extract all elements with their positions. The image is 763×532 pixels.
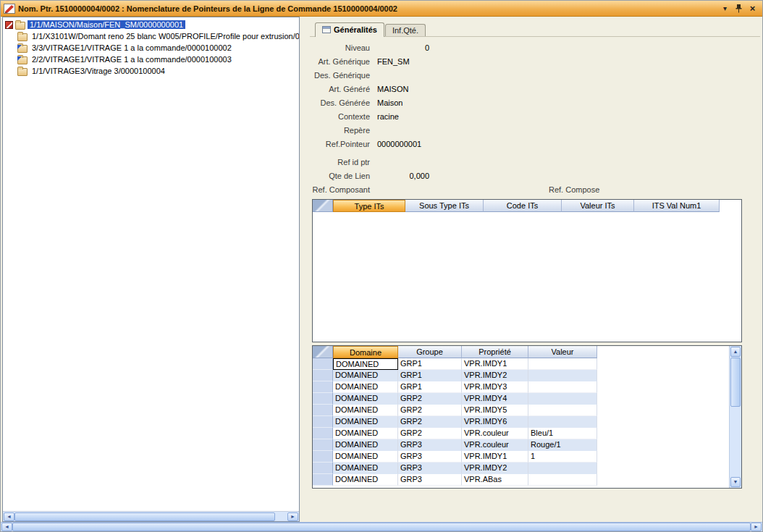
table-cell[interactable]: 1 (528, 451, 597, 463)
table-cell[interactable]: DOMAINED (333, 381, 398, 393)
field-value[interactable]: racine (377, 112, 399, 121)
row-selector[interactable] (313, 428, 333, 439)
row-selector[interactable] (313, 416, 333, 428)
table-cell[interactable]: GRP3 (398, 474, 462, 486)
table-cell[interactable] (528, 393, 597, 405)
table-cell[interactable]: VPR.IMDY1 (462, 358, 528, 370)
table-cell[interactable]: DOMAINED (333, 463, 398, 474)
row-selector[interactable] (313, 381, 333, 393)
table-cell[interactable]: VPR.IMDY1 (462, 451, 528, 463)
table-cell[interactable] (528, 463, 597, 474)
table-cell[interactable]: VPR.couleur (462, 428, 528, 439)
row-selector-corner[interactable] (313, 346, 333, 358)
table-cell[interactable] (528, 416, 597, 428)
table-row[interactable]: DOMAINEDGRP1VPR.IMDY2 (313, 370, 741, 381)
column-header[interactable]: Sous Type ITs (405, 200, 484, 212)
domain-table-scrollbar[interactable]: ▲ ▼ (729, 346, 741, 488)
table-cell[interactable] (528, 474, 597, 486)
tree-item-label[interactable]: 1/1/X3101W/Domant reno 25 blanc W005/PRO… (30, 32, 299, 41)
table-cell[interactable] (528, 370, 597, 381)
field-value[interactable]: 0 (377, 43, 429, 52)
tree-item-label[interactable]: 1/1/VITRAGE3/Vitrage 3/0000100004 (30, 67, 167, 75)
table-cell[interactable]: DOMAINED (333, 428, 398, 439)
table-cell[interactable] (528, 405, 597, 416)
table-cell[interactable] (528, 358, 597, 370)
table-row[interactable]: DOMAINEDGRP3VPR.couleurRouge/1 (313, 439, 741, 451)
scroll-track[interactable] (275, 512, 287, 521)
tree-horizontal-scrollbar[interactable]: ◄ ► (3, 511, 299, 521)
table-row[interactable]: DOMAINEDGRP3VPR.IMDY2 (313, 463, 741, 474)
row-selector-corner[interactable] (313, 200, 333, 212)
row-selector[interactable] (313, 393, 333, 405)
table-row[interactable]: DOMAINEDGRP2VPR.couleurBleu/1 (313, 428, 741, 439)
table-cell[interactable]: DOMAINED (333, 439, 398, 451)
row-selector[interactable] (313, 439, 333, 451)
column-header[interactable]: Type ITs (333, 200, 405, 212)
table-cell[interactable]: GRP1 (398, 370, 462, 381)
table-cell[interactable]: Bleu/1 (528, 428, 597, 439)
field-value[interactable]: 0000000001 (377, 140, 421, 148)
tree-item[interactable]: 2/2/VITRAGE1/VITRAGE 1 a la commande/000… (3, 54, 299, 65)
table-cell[interactable]: DOMAINED (333, 451, 398, 463)
row-selector[interactable] (313, 405, 333, 416)
table-cell[interactable]: VPR.IMDY4 (462, 393, 528, 405)
row-selector[interactable] (313, 358, 333, 370)
table-row[interactable]: DOMAINEDGRP1VPR.IMDY1 (313, 358, 741, 370)
table-cell[interactable]: DOMAINED (333, 416, 398, 428)
scroll-up-button[interactable]: ▲ (730, 347, 741, 357)
scroll-left-button[interactable]: ◄ (4, 512, 14, 521)
tab-inf-qte[interactable]: Inf.Qté. (385, 24, 426, 36)
window-menu-button[interactable]: ▾ (720, 3, 730, 14)
table-cell[interactable]: DOMAINED (333, 358, 398, 370)
scroll-left-button[interactable]: ◄ (1, 523, 12, 531)
tab-generalites[interactable]: Généralités (315, 22, 384, 37)
close-button[interactable]: × (747, 3, 758, 14)
column-header[interactable]: Domaine (333, 346, 398, 358)
field-value[interactable]: 0,000 (377, 172, 429, 180)
table-cell[interactable]: GRP3 (398, 463, 462, 474)
table-row[interactable]: DOMAINEDGRP2VPR.IMDY6 (313, 416, 741, 428)
field-value[interactable]: MAISON (377, 85, 408, 93)
field-value[interactable]: FEN_SM (377, 57, 410, 66)
column-header[interactable]: Valeur ITs (562, 200, 634, 212)
table-cell[interactable]: GRP1 (398, 381, 462, 393)
column-header[interactable]: Propriété (462, 346, 528, 358)
table-row[interactable]: DOMAINEDGRP2VPR.IMDY5 (313, 405, 741, 416)
row-selector[interactable] (313, 451, 333, 463)
table-cell[interactable]: VPR.IMDY3 (462, 381, 528, 393)
row-selector[interactable] (313, 370, 333, 381)
tree-item-label[interactable]: 1/1/MAISON/Maison/FEN_SM/0000000001 (28, 20, 185, 29)
table-cell[interactable] (528, 381, 597, 393)
scroll-down-button[interactable]: ▼ (730, 477, 741, 487)
scroll-thumb[interactable] (730, 358, 741, 407)
tree-item[interactable]: 1/1/MAISON/Maison/FEN_SM/0000000001 (3, 19, 299, 30)
column-header[interactable]: Valeur (528, 346, 597, 358)
window-horizontal-scrollbar[interactable]: ◄ ► (1, 522, 762, 531)
table-cell[interactable]: DOMAINED (333, 405, 398, 416)
pin-button[interactable] (733, 3, 744, 14)
table-cell[interactable]: DOMAINED (333, 474, 398, 486)
scroll-right-button[interactable]: ► (751, 523, 762, 531)
titlebar[interactable]: Nom. Ptr. 1510000004/0002 : Nomenclature… (1, 1, 762, 17)
table-cell[interactable]: VPR.couleur (462, 439, 528, 451)
table-cell[interactable]: VPR.IMDY5 (462, 405, 528, 416)
table-row[interactable]: DOMAINEDGRP1VPR.IMDY3 (313, 381, 741, 393)
table-cell[interactable]: GRP3 (398, 439, 462, 451)
table-cell[interactable]: VPR.IMDY6 (462, 416, 528, 428)
tree-item[interactable]: 1/1/X3101W/Domant reno 25 blanc W005/PRO… (3, 30, 299, 42)
tree-item-label[interactable]: 3/3/VITRAGE1/VITRAGE 1 a la commande/000… (30, 43, 234, 52)
table-cell[interactable]: VPR.IMDY2 (462, 463, 528, 474)
table-cell[interactable]: GRP2 (398, 405, 462, 416)
row-selector[interactable] (313, 463, 333, 474)
table-cell[interactable]: Rouge/1 (528, 439, 597, 451)
table-cell[interactable]: VPR.IMDY2 (462, 370, 528, 381)
tree-item[interactable]: 1/1/VITRAGE3/Vitrage 3/0000100004 (3, 65, 299, 77)
table-cell[interactable]: GRP2 (398, 428, 462, 439)
scroll-thumb[interactable] (14, 512, 275, 521)
column-header[interactable]: Code ITs (484, 200, 562, 212)
tree-item-label[interactable]: 2/2/VITRAGE1/VITRAGE 1 a la commande/000… (30, 55, 234, 64)
column-header[interactable]: Groupe (398, 346, 462, 358)
table-cell[interactable]: DOMAINED (333, 370, 398, 381)
table-cell[interactable]: GRP2 (398, 393, 462, 405)
table-cell[interactable]: VPR.ABas (462, 474, 528, 486)
